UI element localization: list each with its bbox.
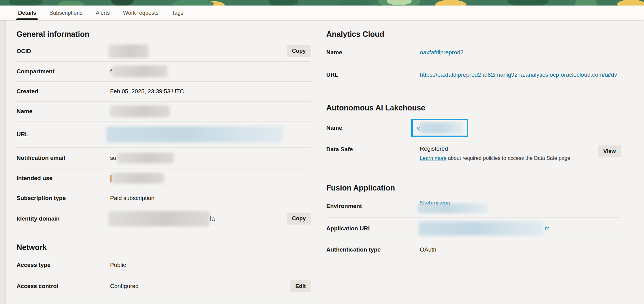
tab-subscriptions[interactable]: Subscriptions — [49, 6, 83, 20]
ocid-label: OCID — [17, 48, 110, 55]
name-value-redacted — [110, 106, 311, 117]
environment-label: Environment — [326, 203, 420, 210]
row-ocid: OCID Copy — [17, 41, 311, 62]
analytics-name-label: Name — [326, 49, 420, 56]
redaction-blob — [106, 126, 283, 142]
redaction-blob — [419, 221, 544, 236]
section-title-fusion-application: Fusion Application — [326, 183, 621, 193]
url-value-redacted-link[interactable] — [110, 126, 311, 142]
tab-tags[interactable]: Tags — [171, 6, 184, 20]
data-safe-status: Registered — [420, 145, 598, 152]
application-url-visible-suffix: m — [545, 225, 550, 232]
name-label: Name — [17, 108, 110, 115]
tab-work-requests-label: Work requests — [123, 10, 159, 16]
copy-ocid-button[interactable]: Copy — [287, 45, 311, 57]
associated-services-column: Analytics Cloud Name oaxfafdipreprod2 UR… — [326, 20, 621, 304]
notification-email-visible-prefix: su — [110, 155, 116, 161]
section-title-analytics-cloud: Analytics Cloud — [326, 29, 621, 39]
row-access-type: Access type Public — [17, 254, 311, 276]
analytics-url-link[interactable]: https://oaxfafdipreprod2-id62imanig9z-ia… — [420, 71, 617, 78]
access-control-label: Access control — [17, 283, 110, 290]
data-safe-note: Learn more about required policies to ac… — [420, 155, 598, 161]
section-title-general-information: General information — [17, 29, 311, 39]
redaction-blob — [420, 122, 462, 133]
lakehouse-name-label: Name — [326, 125, 420, 131]
notification-email-value-redacted: su — [110, 153, 311, 163]
row-environment: Environment 5fwhmjiwgg — [326, 194, 621, 218]
tab-details[interactable]: Details — [17, 6, 37, 20]
row-url: URL — [17, 121, 311, 148]
row-analytics-name: Name oaxfafdipreprod2 — [326, 41, 621, 64]
authentication-type-label: Authentication type — [326, 246, 420, 253]
section-title-network: Network — [17, 243, 311, 252]
notification-email-label: Notification email — [17, 155, 110, 161]
row-authentication-type: Authentication type OAuth — [326, 239, 621, 260]
analytics-name-link[interactable]: oaxfafdipreprod2 — [420, 49, 464, 56]
application-url-value-redacted-link[interactable]: m — [420, 221, 621, 236]
tab-bar: Details Subscriptions Alerts Work reques… — [0, 6, 644, 20]
row-data-safe: Data Safe Registered Learn more about re… — [326, 141, 621, 166]
subscription-type-value: Paid subscription — [110, 195, 311, 202]
tab-alerts[interactable]: Alerts — [95, 6, 110, 20]
row-application-url: Application URL m — [326, 218, 621, 239]
tab-tags-label: Tags — [172, 10, 183, 16]
created-label: Created — [17, 88, 110, 95]
tab-alerts-label: Alerts — [96, 10, 110, 16]
copy-identity-domain-button[interactable]: Copy — [287, 213, 311, 225]
application-url-label: Application URL — [326, 225, 420, 232]
tab-subscriptions-label: Subscriptions — [49, 10, 82, 16]
access-type-value: Public — [110, 262, 311, 268]
subscription-type-label: Subscription type — [17, 195, 110, 202]
redaction-blob — [417, 203, 488, 213]
row-name: Name — [17, 102, 311, 121]
general-information-column: General information OCID Copy Compartmen… — [17, 20, 311, 304]
partial-glyph — [210, 216, 211, 221]
row-lakehouse-name: Name c — [326, 114, 621, 141]
learn-more-link[interactable]: Learn more — [420, 155, 447, 161]
row-identity-domain: Identity domain a Copy — [17, 208, 311, 229]
identity-domain-visible-suffix: a — [212, 215, 215, 222]
redaction-blob — [110, 106, 170, 117]
redaction-blob — [109, 211, 210, 226]
row-intended-use: Intended use — [17, 168, 311, 188]
content-area: General information OCID Copy Compartmen… — [6, 20, 644, 304]
left-rail — [0, 20, 6, 304]
url-label: URL — [17, 131, 110, 138]
tab-work-requests[interactable]: Work requests — [122, 6, 159, 20]
redaction-blob — [117, 153, 174, 163]
intended-use-value-redacted — [110, 173, 311, 183]
annotation-highlight-box: c — [411, 119, 468, 137]
tab-details-label: Details — [18, 10, 36, 16]
row-created: Created Feb 05, 2025, 23:39:53 UTC — [17, 82, 311, 102]
decorative-foliage-banner — [0, 0, 644, 6]
environment-value-partially-redacted[interactable]: 5fwhmjiwgg — [420, 199, 450, 213]
created-value: Feb 05, 2025, 23:39:53 UTC — [110, 88, 311, 95]
section-title-autonomous-ai-lakehouse: Autonomous AI Lakehouse — [326, 103, 621, 113]
identity-domain-label: Identity domain — [17, 215, 110, 222]
ocid-value-redacted — [110, 44, 287, 58]
access-type-label: Access type — [17, 262, 110, 268]
edit-access-control-button[interactable]: Edit — [290, 280, 311, 292]
view-data-safe-button[interactable]: View — [598, 145, 621, 157]
row-subscription-type: Subscription type Paid subscription — [17, 188, 311, 208]
row-notification-email: Notification email su — [17, 148, 311, 168]
access-control-value: Configured — [110, 283, 290, 290]
redaction-blob — [111, 173, 164, 183]
compartment-label: Compartment — [17, 68, 110, 75]
redaction-blob — [109, 44, 148, 58]
row-compartment: Compartment f — [17, 62, 311, 82]
redaction-blob — [112, 66, 167, 77]
analytics-url-label: URL — [326, 71, 420, 78]
row-access-control: Access control Configured Edit — [17, 276, 311, 296]
compartment-value-redacted: f — [110, 66, 311, 77]
authentication-type-value: OAuth — [420, 246, 621, 253]
data-safe-note-text: about required policies to access the Da… — [447, 155, 570, 161]
identity-domain-value-redacted: a — [110, 211, 287, 226]
details-page: General information OCID Copy Compartmen… — [0, 20, 644, 304]
data-safe-label: Data Safe — [326, 145, 420, 153]
intended-use-label: Intended use — [17, 175, 110, 182]
row-analytics-url: URL https://oaxfafdipreprod2-id62imanig9… — [326, 64, 621, 86]
